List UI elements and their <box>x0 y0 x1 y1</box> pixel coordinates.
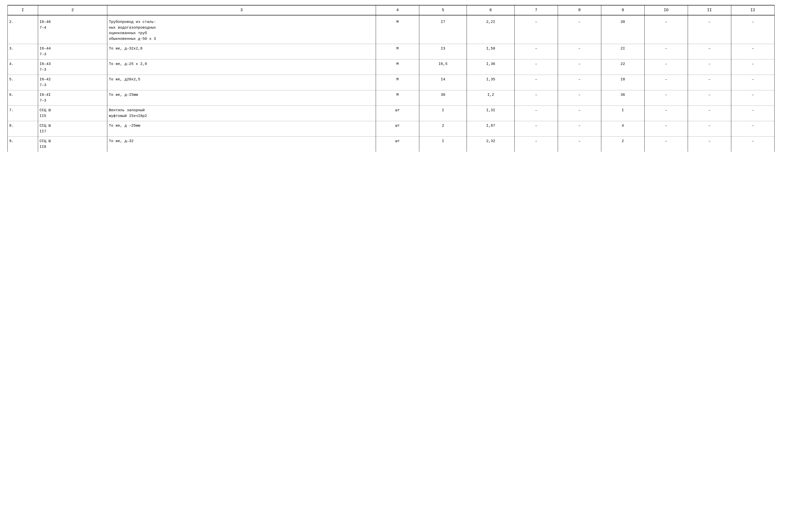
cell-num: 3. <box>8 44 38 59</box>
cell-desc: Трубопровод из сталь- ных водогазопровод… <box>107 15 376 44</box>
cell-c9: 2I <box>601 44 644 59</box>
cell-c11: – <box>688 137 731 152</box>
cell-c6: I,3I <box>467 106 514 121</box>
cell-c7: – <box>514 106 558 121</box>
col-header-10: IO <box>644 5 688 15</box>
cell-unit: шт <box>376 106 419 121</box>
cell-c7: – <box>514 121 558 137</box>
cell-c12: – <box>731 90 774 106</box>
cell-c11: – <box>688 44 731 59</box>
cell-c5: 2 <box>419 121 467 137</box>
table-row: 2. I6–46 7–4 Трубопровод из сталь- ных в… <box>8 15 775 44</box>
cell-c9: 4 <box>601 121 644 137</box>
table-row: 5. I6–42 7–3 То же, д20х2,5 М I4 I,35 – … <box>8 75 775 90</box>
col-header-1: I <box>8 5 38 15</box>
col-header-9: 9 <box>601 5 644 15</box>
col-header-3: 3 <box>107 5 376 15</box>
cell-num: 2. <box>8 15 38 44</box>
cell-c11: – <box>688 106 731 121</box>
col-header-7: 7 <box>514 5 558 15</box>
cell-c12: – <box>731 15 774 44</box>
table-row: 9. ССЦ Ш II8 То же, д–32 шт I 2,32 – – 2… <box>8 137 775 152</box>
cell-c10: – <box>644 75 688 90</box>
table-header-row: I 2 3 4 5 6 7 8 9 IO II I2 <box>8 5 775 15</box>
cell-desc: То же, д–25 х 2,8 <box>107 59 376 75</box>
cell-c8: – <box>558 15 601 44</box>
cell-c7: – <box>514 137 558 152</box>
cell-c6: I,87 <box>467 121 514 137</box>
cell-c5: I <box>419 106 467 121</box>
cell-c12: – <box>731 137 774 152</box>
col-header-11: II <box>688 5 731 15</box>
cell-c5: I7 <box>419 15 467 44</box>
cell-unit: шт <box>376 137 419 152</box>
cell-c6: I,2 <box>467 90 514 106</box>
cell-code: I6–46 7–4 <box>38 15 107 44</box>
cell-c7: – <box>514 59 558 75</box>
cell-c12: – <box>731 121 774 137</box>
page-wrapper: I 2 3 4 5 6 7 8 9 IO II I2 2. I6–46 7–4 … <box>7 5 790 152</box>
cell-desc: То же, д –25мм <box>107 121 376 137</box>
cell-desc: Вентиль запорный муфтовый I5кчI8р2 <box>107 106 376 121</box>
cell-c9: I8 <box>601 75 644 90</box>
cell-num: 6. <box>8 90 38 106</box>
cell-c6: I,35 <box>467 75 514 90</box>
cell-unit: М <box>376 75 419 90</box>
table-row: 4. I6–43 7–3 То же, д–25 х 2,8 М I6,5 I,… <box>8 59 775 75</box>
table-row: 6. I6–4I 7–3 То же, д–I5мм М 30 I,2 – – … <box>8 90 775 106</box>
cell-c12: – <box>731 59 774 75</box>
cell-num: 4. <box>8 59 38 75</box>
cell-c8: – <box>558 106 601 121</box>
col-header-4: 4 <box>376 5 419 15</box>
cell-c12: – <box>731 75 774 90</box>
cell-c12: – <box>731 44 774 59</box>
cell-c10: – <box>644 121 688 137</box>
cell-desc: То же, д–I5мм <box>107 90 376 106</box>
cell-code: ССЦ Ш II8 <box>38 137 107 152</box>
cell-c8: – <box>558 90 601 106</box>
cell-desc: То же, д20х2,5 <box>107 75 376 90</box>
cell-c5: I <box>419 137 467 152</box>
cell-c9: 22 <box>601 59 644 75</box>
cell-c8: – <box>558 121 601 137</box>
table-row: 7. ССЦ Ш II5 Вентиль запорный муфтовый I… <box>8 106 775 121</box>
cell-c5: I6,5 <box>419 59 467 75</box>
cell-c7: – <box>514 44 558 59</box>
cell-c6: I,58 <box>467 44 514 59</box>
col-header-12: I2 <box>731 5 774 15</box>
cell-desc: То же, д–32х2,8 <box>107 44 376 59</box>
cell-num: 7. <box>8 106 38 121</box>
cell-unit: М <box>376 44 419 59</box>
cell-num: 8. <box>8 121 38 137</box>
cell-c10: – <box>644 15 688 44</box>
cell-c10: – <box>644 90 688 106</box>
main-table: I 2 3 4 5 6 7 8 9 IO II I2 2. I6–46 7–4 … <box>7 5 775 152</box>
cell-c11: – <box>688 121 731 137</box>
cell-c9: 2 <box>601 137 644 152</box>
cell-c10: – <box>644 137 688 152</box>
cell-c7: – <box>514 90 558 106</box>
cell-c11: – <box>688 90 731 106</box>
cell-unit: шт <box>376 121 419 137</box>
cell-c6: 2,2I <box>467 15 514 44</box>
col-header-2: 2 <box>38 5 107 15</box>
cell-c11: – <box>688 15 731 44</box>
cell-c6: 2,32 <box>467 137 514 152</box>
col-header-5: 5 <box>419 5 467 15</box>
cell-c8: – <box>558 44 601 59</box>
cell-c10: – <box>644 59 688 75</box>
cell-c10: – <box>644 44 688 59</box>
cell-c5: I3 <box>419 44 467 59</box>
cell-c9: I <box>601 106 644 121</box>
cell-c12: – <box>731 106 774 121</box>
cell-num: 9. <box>8 137 38 152</box>
cell-c5: 30 <box>419 90 467 106</box>
cell-code: ССЦ Ш II7 <box>38 121 107 137</box>
cell-code: I6–43 7–3 <box>38 59 107 75</box>
cell-c10: – <box>644 106 688 121</box>
cell-desc: То же, д–32 <box>107 137 376 152</box>
table-row: 3. I6–44 7–3 То же, д–32х2,8 М I3 I,58 –… <box>8 44 775 59</box>
cell-c9: 38 <box>601 15 644 44</box>
cell-c6: I,36 <box>467 59 514 75</box>
cell-unit: М <box>376 15 419 44</box>
